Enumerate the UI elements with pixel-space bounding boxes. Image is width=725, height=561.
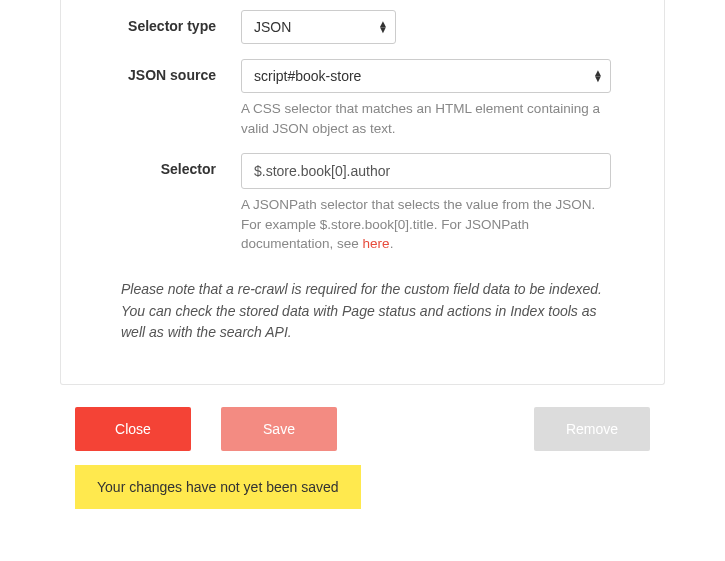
selector-help-post: . [390, 236, 394, 251]
label-selector-type: Selector type [61, 10, 241, 34]
selector-input[interactable] [241, 153, 611, 189]
unsaved-changes-alert: Your changes have not yet been saved [75, 465, 361, 509]
selector-help: A JSONPath selector that selects the val… [241, 195, 611, 254]
json-source-select[interactable]: script#book-store [241, 59, 611, 93]
json-source-help: A CSS selector that matches an HTML elem… [241, 99, 611, 138]
row-json-source: JSON source script#book-store ▲▼ A CSS s… [61, 49, 664, 143]
remove-button[interactable]: Remove [534, 407, 650, 451]
save-button[interactable]: Save [221, 407, 337, 451]
close-button[interactable]: Close [75, 407, 191, 451]
jsonpath-doc-link[interactable]: here [363, 236, 390, 251]
row-selector: Selector A JSONPath selector that select… [61, 143, 664, 259]
recrawl-note: Please note that a re-crawl is required … [61, 259, 664, 344]
label-selector: Selector [61, 153, 241, 177]
selector-help-pre: A JSONPath selector that selects the val… [241, 197, 595, 251]
row-selector-type: Selector type JSON ▲▼ [61, 0, 664, 49]
form-panel: Selector type JSON ▲▼ JSON source script… [60, 0, 665, 385]
selector-type-select[interactable]: JSON [241, 10, 396, 44]
button-row: Close Save Remove [0, 385, 725, 451]
label-json-source: JSON source [61, 59, 241, 83]
